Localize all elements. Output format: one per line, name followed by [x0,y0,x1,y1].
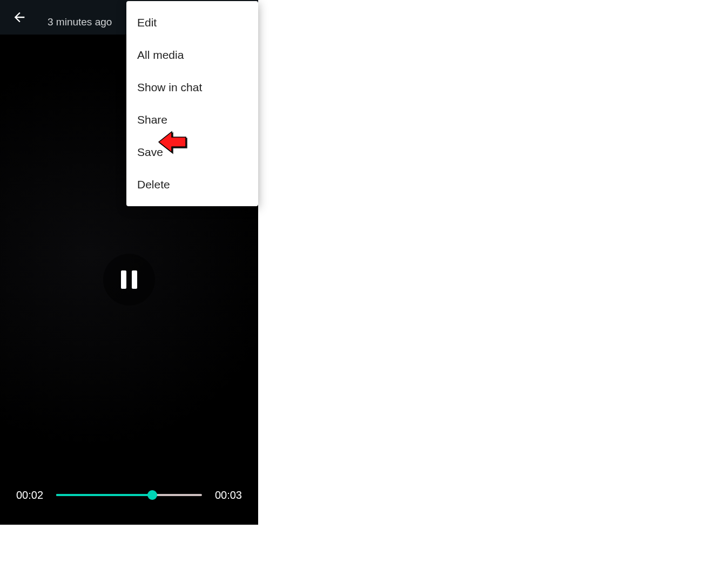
seek-slider[interactable] [56,489,202,501]
arrow-left-icon [12,10,27,25]
media-timestamp: 3 minutes ago [48,16,112,28]
menu-item-label: Edit [137,16,157,29]
menu-item-save[interactable]: Save [126,136,258,168]
seek-track [56,494,202,496]
menu-item-label: All media [137,49,184,62]
seek-fill [56,494,152,496]
menu-item-label: Delete [137,178,170,191]
pause-icon [121,270,137,289]
pause-button[interactable] [103,254,155,306]
menu-item-all-media[interactable]: All media [126,39,258,71]
playback-controls: 00:02 00:03 [0,465,258,525]
menu-item-label: Share [137,113,167,126]
menu-item-delete[interactable]: Delete [126,168,258,201]
menu-item-show-in-chat[interactable]: Show in chat [126,71,258,104]
current-time: 00:02 [16,489,43,501]
menu-item-label: Save [137,146,163,159]
overflow-menu: Edit All media Show in chat Share Save D… [126,1,258,206]
menu-item-share[interactable]: Share [126,104,258,136]
seek-thumb[interactable] [147,490,157,500]
total-time: 00:03 [215,489,242,501]
media-viewer-screen: 3 minutes ago 00:02 00:03 Edit All media [0,0,258,525]
back-button[interactable] [10,8,29,27]
menu-item-label: Show in chat [137,81,202,94]
menu-item-edit[interactable]: Edit [126,6,258,39]
